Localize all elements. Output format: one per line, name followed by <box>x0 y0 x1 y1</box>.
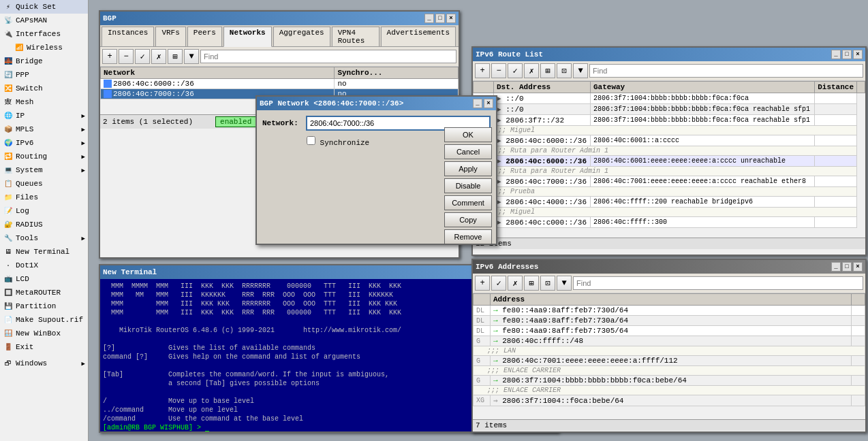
table-row[interactable]: DL → fe80::4aa9:8aff:feb7:730d/64 <box>474 306 865 316</box>
sidebar-item-capsman[interactable]: 📡 CAPsMAN <box>0 14 88 27</box>
table-row[interactable]: XG ⇒ 2806:3f7:1004::f0ca:bebe/64 <box>474 395 865 406</box>
table-row[interactable]: XS ▶ ::/0 2806:3f7:1004:bbbb:bbbb:bbbb:f… <box>474 93 865 104</box>
sidebar-item-dot1x[interactable]: · Dot1X <box>0 259 88 272</box>
sidebar-item-exit[interactable]: 🚪 Exit <box>0 340 88 354</box>
table-row-label: ;;; Prueba <box>474 187 865 197</box>
ok-btn[interactable]: OK <box>444 127 492 142</box>
table-row[interactable]: G → 2806:40c:ffff::/48 <box>474 336 865 346</box>
add-btn[interactable]: + <box>102 49 117 64</box>
dialog-close-btn[interactable]: × <box>484 99 493 108</box>
ipv6-addr-enable-btn[interactable]: ✓ <box>491 276 506 291</box>
sidebar-item-tools[interactable]: 🔧 Tools ▶ <box>0 231 88 245</box>
ipv6-addr-minimize-btn[interactable]: _ <box>831 262 841 272</box>
sidebar: ⚡ Quick Set 📡 CAPsMAN 🔌 Interfaces 📶 Wir… <box>0 0 89 441</box>
sidebar-item-log[interactable]: 📝 Log <box>0 204 88 218</box>
synchronize-checkbox[interactable] <box>307 136 315 145</box>
sidebar-item-make-supout[interactable]: 📄 Make Supout.rif <box>0 313 88 327</box>
sidebar-item-wireless[interactable]: 📶 Wireless <box>0 41 88 54</box>
ipv6-addr-maximize-btn[interactable]: □ <box>842 262 852 272</box>
ipv6-route-maximize-btn[interactable]: □ <box>842 50 852 59</box>
sidebar-item-switch[interactable]: 🔀 Switch <box>0 82 88 95</box>
sidebar-item-ipv6[interactable]: 🌍 IPv6 ▶ <box>0 136 88 150</box>
sidebar-item-radius[interactable]: 🔐 RADIUS <box>0 218 88 231</box>
sidebar-item-ppp[interactable]: 🔄 PPP <box>0 68 88 82</box>
tab-advertisements[interactable]: Advertisements <box>381 27 456 46</box>
ipv6-addr-settings-btn[interactable]: ⊡ <box>540 276 555 291</box>
sidebar-item-queues[interactable]: 📋 Queues <box>0 177 88 191</box>
tab-networks[interactable]: Networks <box>223 27 272 47</box>
quick-set-icon: ⚡ <box>3 1 14 12</box>
copy-btn[interactable]: Copy <box>444 212 492 227</box>
apply-btn[interactable]: Apply <box>444 161 492 176</box>
col-network: Network <box>101 67 335 79</box>
sidebar-item-routing[interactable]: 🔁 Routing ▶ <box>0 150 88 163</box>
ipv6-copy-btn[interactable]: ⊞ <box>540 63 555 78</box>
tab-aggregates[interactable]: Aggregates <box>273 27 330 46</box>
remove-btn[interactable]: − <box>119 49 134 64</box>
table-row[interactable]: DL → fe80::4aa9:8aff:feb7:7305/64 <box>474 326 865 336</box>
tab-instances[interactable]: Instances <box>102 27 154 46</box>
ipv6-addr-disable-btn[interactable]: ✗ <box>508 276 523 291</box>
table-row[interactable]: DAb ▶ ::/0 2806:3f7:1004:bbbb:bbbb:bbbb:… <box>474 104 865 115</box>
bgp-close-btn[interactable]: × <box>446 14 456 23</box>
table-row[interactable]: 2806:40c:6000::/36 no <box>101 79 459 89</box>
table-row[interactable]: DL → fe80::4aa9:8aff:feb7:730a/64 <box>474 316 865 326</box>
copy-btn[interactable]: ⊞ <box>168 49 183 64</box>
sidebar-item-metarouter[interactable]: 🔲 MetaROUTER <box>0 286 88 299</box>
sidebar-item-partition[interactable]: 💾 Partition <box>0 299 88 313</box>
remove-btn[interactable]: Remove <box>444 229 492 244</box>
disable-btn[interactable]: ✗ <box>151 49 166 64</box>
bgp-networks-table: Network Synchro... 2806:40c:6000::/36 no… <box>100 67 459 99</box>
sidebar-item-new-winbox[interactable]: 🪟 New WinBox <box>0 327 88 340</box>
table-row-label: ;;; Ruta para Router Admin 1 <box>474 146 865 156</box>
ipv6-enable-btn[interactable]: ✓ <box>508 63 523 78</box>
sidebar-item-mpls[interactable]: 📦 MPLS ▶ <box>0 122 88 136</box>
tab-peers[interactable]: Peers <box>187 27 222 46</box>
sidebar-item-bridge[interactable]: 🌉 Bridge <box>0 54 88 68</box>
sidebar-item-lcd[interactable]: 📺 LCD <box>0 272 88 286</box>
bgp-maximize-btn[interactable]: □ <box>435 14 445 23</box>
ipv6-filter-btn[interactable]: ▼ <box>573 63 588 78</box>
table-row[interactable]: S ▶ 2806:40c:6000::/36 2806:40c:6001:eee… <box>474 156 865 167</box>
ipv6-addr-window: IPv6 Addresses _ □ × + ✓ ✗ ⊞ ⊡ ▼ Addr <box>471 259 867 433</box>
tab-vpn4-routes[interactable]: VPN4 Routes <box>332 27 379 46</box>
enable-btn[interactable]: ✓ <box>135 49 150 64</box>
ipv6-route-minimize-btn[interactable]: _ <box>831 50 841 59</box>
sidebar-item-system[interactable]: 💻 System ▶ <box>0 163 88 177</box>
ipv6-add-btn[interactable]: + <box>475 63 490 78</box>
ipv6-route-close-btn[interactable]: × <box>853 50 863 59</box>
table-row[interactable]: XS ▶ 2806:40c:c000::/36 2806:40c:ffff::3… <box>474 217 865 228</box>
sidebar-item-ip[interactable]: 🌐 IP ▶ <box>0 109 88 122</box>
sidebar-item-quick-set[interactable]: ⚡ Quick Set <box>0 0 88 14</box>
queues-icon: 📋 <box>3 178 14 189</box>
bgp-find-input[interactable] <box>200 50 456 63</box>
comment-btn[interactable]: Comment <box>444 195 492 210</box>
ipv6-settings-btn[interactable]: ⊡ <box>557 63 572 78</box>
dialog-minimize-btn[interactable]: _ <box>473 99 482 108</box>
cancel-btn[interactable]: Cancel <box>444 144 492 159</box>
table-row[interactable]: XS ▶ 2806:40c:6000::/36 2806:40c:6001::a… <box>474 135 865 146</box>
ipv6-disable-btn[interactable]: ✗ <box>524 63 539 78</box>
sidebar-item-interfaces[interactable]: 🔌 Interfaces <box>0 27 88 41</box>
table-row[interactable]: AS ▶ 2806:40c:7000::/36 2806:40c:7001:ee… <box>474 176 865 187</box>
table-row[interactable]: G → 2806:40c:7001:eeee:eeee:eeee:a:ffff/… <box>474 356 865 366</box>
ipv6-addr-close-btn[interactable]: × <box>853 262 863 272</box>
tab-vrfs[interactable]: VRFs <box>155 27 185 46</box>
ipv6-addr-add-btn[interactable]: + <box>475 276 490 291</box>
ipv6-remove-btn[interactable]: − <box>491 63 506 78</box>
disable-btn[interactable]: Disable <box>444 178 492 193</box>
bgp-minimize-btn[interactable]: _ <box>424 14 434 23</box>
table-row[interactable]: G → 2806:3f7:1004:bbbb:bbbb:bbbb:f0ca:be… <box>474 376 865 386</box>
filter-btn[interactable]: ▼ <box>184 49 199 64</box>
ipv6-find-input[interactable] <box>589 64 863 78</box>
sidebar-item-windows[interactable]: 🗗 Windows ▶ <box>0 357 88 370</box>
sidebar-item-files[interactable]: 📁 Files <box>0 191 88 204</box>
table-row[interactable]: DAb ▶ 2806:3f7::/32 2806:3f7:1004:bbbb:b… <box>474 115 865 126</box>
sidebar-item-mesh[interactable]: 🕸 Mesh <box>0 95 88 109</box>
sidebar-item-new-terminal[interactable]: 🖥 New Terminal <box>0 245 88 259</box>
ipv6-addr-copy-btn[interactable]: ⊞ <box>524 276 539 291</box>
table-row[interactable]: AS ▶ 2806:40c:4000::/36 2806:40c:ffff::2… <box>474 197 865 208</box>
dialog-body: Network: Synchronize OK Cancel Apply Dis… <box>257 110 496 152</box>
ipv6-addr-find-input[interactable] <box>573 276 863 290</box>
ipv6-addr-filter-btn[interactable]: ▼ <box>557 276 572 291</box>
